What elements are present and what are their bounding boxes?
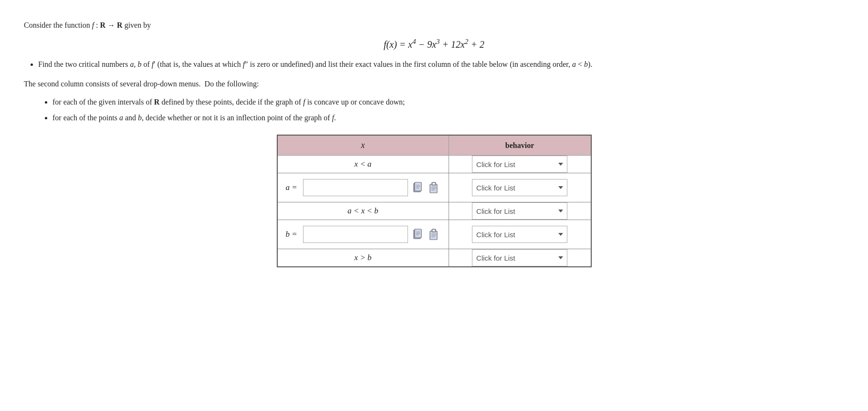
instruction-item-1: Find the two critical numbers a, b of f′… (38, 58, 844, 72)
a-label: a = (285, 183, 300, 192)
cell-a-x-b: a < x < b (277, 202, 449, 220)
paste-icon (429, 181, 439, 194)
cell-x-greater-b: x > b (277, 249, 449, 267)
b-input-row: b = (282, 226, 444, 243)
svg-rect-7 (432, 183, 435, 185)
a-input-row: a = (282, 179, 444, 196)
table-row-b: b = (277, 220, 591, 249)
col-behavior-header: behavior (449, 135, 591, 156)
svg-rect-18 (432, 230, 435, 232)
cell-behavior-a-x-b: Click for List Concave Up Concave Down (449, 202, 591, 220)
cell-behavior-x-greater-b: Click for List Concave Up Concave Down (449, 249, 591, 267)
second-col-intro: The second column consists of several dr… (24, 77, 844, 90)
col-x-header: x (277, 135, 449, 156)
table-row-a: a = (277, 173, 591, 202)
table-row-x-less-a: x < a Click for List Concave Up Concave … (277, 156, 591, 173)
a-paste-button[interactable] (427, 181, 440, 194)
dropdown-x-greater-b[interactable]: Click for List Concave Up Concave Down (472, 249, 567, 266)
b-label: b = (285, 230, 300, 239)
dropdown-x-less-a[interactable]: Click for List Concave Up Concave Down (472, 156, 567, 173)
cell-x-less-a: x < a (277, 156, 449, 173)
b-paste-button[interactable] (427, 228, 440, 241)
page-container: Consider the function f : R → R given by… (24, 19, 844, 267)
a-copy-button[interactable] (411, 181, 424, 194)
a-input[interactable] (303, 179, 408, 196)
cell-behavior-b: Click for List Inflection Point Not an I… (449, 220, 591, 249)
function-notation: f (92, 21, 96, 29)
instruction-item-2a: for each of the given intervals of R def… (52, 95, 844, 109)
cell-behavior-a: Click for List Inflection Point Not an I… (449, 173, 591, 202)
copy-icon-b (412, 228, 423, 241)
cell-b-input-container: b = (277, 220, 449, 249)
instruction-item-2b: for each of the points a and b, decide w… (52, 111, 844, 125)
instructions-list-1: Find the two critical numbers a, b of f′… (38, 58, 844, 72)
table-row-x-greater-b: x > b Click for List Concave Up Concave … (277, 249, 591, 267)
formula-display: f(x) = x4 − 9x3 + 12x2 + 2 (24, 38, 844, 51)
b-input[interactable] (303, 226, 408, 243)
colon-arrow: : R → R given by (96, 21, 151, 29)
dropdown-a[interactable]: Click for List Inflection Point Not an I… (472, 179, 567, 196)
cell-a-input-container: a = (277, 173, 449, 202)
answer-table: x behavior x < a Click for List Concave … (277, 135, 592, 267)
instructions-list-2: for each of the given intervals of R def… (52, 95, 844, 125)
table-row-a-x-b: a < x < b Click for List Concave Up Conc… (277, 202, 591, 220)
paste-icon-b (429, 228, 439, 241)
table-header-row: x behavior (277, 135, 591, 156)
b-copy-button[interactable] (411, 228, 424, 241)
cell-behavior-x-less-a: Click for List Concave Up Concave Down (449, 156, 591, 173)
dropdown-b[interactable]: Click for List Inflection Point Not an I… (472, 226, 567, 243)
dropdown-a-x-b[interactable]: Click for List Concave Up Concave Down (472, 202, 567, 220)
copy-icon (412, 181, 423, 194)
intro-paragraph: Consider the function f : R → R given by (24, 19, 844, 32)
